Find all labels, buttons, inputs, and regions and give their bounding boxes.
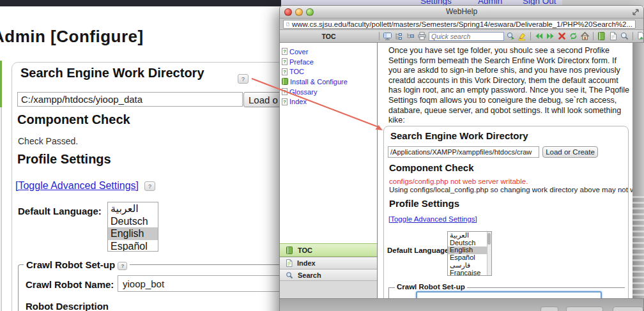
toc-item-glossary[interactable]: ? Glossary [282, 87, 375, 97]
help-button[interactable]: ? [238, 74, 249, 84]
cutoff-button[interactable] [540, 307, 558, 311]
tab-index[interactable]: Index [280, 257, 377, 269]
language-option-selected[interactable]: English [108, 227, 158, 240]
profile-settings-heading: Profile Settings [17, 152, 111, 167]
topic-label: Index [289, 98, 307, 105]
language-option[interactable]: Español [108, 240, 158, 252]
language-listbox[interactable]: العربية Deutsch English Español فارسی Fr… [447, 231, 492, 276]
close-button[interactable] [284, 8, 292, 16]
default-language-label: Default Language: [387, 247, 451, 254]
work-directory-input[interactable] [388, 146, 539, 158]
collapse-all-icon[interactable] [406, 31, 415, 41]
url-row: www.cs.sjsu.edu/faculty/pollett/masters/… [280, 19, 643, 30]
note-message: Using configs/local_config.php so changi… [389, 186, 632, 193]
home-icon[interactable] [580, 31, 590, 41]
listbox-scrollbar[interactable] [487, 232, 491, 275]
tab-toc[interactable]: TOC [280, 243, 377, 257]
refresh-icon[interactable] [569, 31, 578, 41]
expand-all-icon[interactable] [394, 31, 404, 41]
language-option[interactable]: العربية [448, 232, 491, 239]
topic-icon: ? [282, 88, 288, 95]
window-titlebar[interactable]: WebHelp [280, 6, 643, 19]
toc-item-index[interactable]: ? Index [282, 96, 375, 107]
work-directory-heading: Search Engine Work Directory [20, 66, 204, 80]
scrollbar-thumb[interactable] [487, 233, 491, 245]
page-icon [286, 259, 293, 267]
tab-label: Index [297, 259, 316, 267]
help-content-pane: Once you have set tge folder, you shoulc… [378, 43, 632, 298]
stop-icon[interactable] [557, 31, 567, 41]
svg-text:?: ? [283, 49, 286, 54]
robot-description-label: Robot Description [26, 301, 109, 311]
crawl-robot-name-input[interactable] [416, 291, 602, 298]
cutoff-button[interactable] [613, 307, 643, 311]
page-view-icon[interactable] [608, 31, 618, 41]
topic-label: Install & Configure [290, 78, 348, 86]
open-book-icon [282, 78, 288, 85]
topic-label: Glossary [289, 88, 317, 96]
language-option[interactable]: Française [448, 269, 491, 276]
export-page-icon[interactable] [636, 31, 644, 41]
search-go-icon[interactable] [506, 31, 516, 41]
svg-text:?: ? [283, 69, 286, 75]
crawl-robot-legend: Crawl Robot Set-up ? [24, 259, 130, 270]
language-listbox[interactable]: العربية Deutsch English Español [107, 202, 158, 252]
help-button[interactable]: ? [118, 262, 127, 270]
toc-sidebar: ? Cover ? Preface ? TOC Install & Config… [280, 43, 378, 298]
nav-back-icon[interactable] [534, 31, 544, 41]
toc-item-preface[interactable]: ? Preface [282, 57, 375, 67]
toc-item-toc[interactable]: ? TOC [282, 66, 375, 77]
topic-icon: ? [282, 68, 288, 75]
screenshot-stage: Settings Admin Sign Out Admin [Configure… [0, 0, 644, 311]
language-option[interactable]: فارسی [448, 262, 491, 269]
print-icon[interactable] [417, 31, 427, 41]
crawl-robot-name-input[interactable] [118, 275, 282, 292]
topic-icon: ? [282, 48, 288, 55]
highlight-icon[interactable] [518, 31, 527, 41]
book-view-icon[interactable] [597, 31, 606, 41]
toc-topic-list: ? Cover ? Preface ? TOC Install & Config… [280, 43, 377, 110]
book-icon [286, 247, 293, 254]
webhelp-window: WebHelp www.cs.sjsu.edu/faculty/pollett/… [279, 5, 644, 311]
toolbar: TOC [280, 30, 643, 43]
load-or-create-button[interactable]: Load or Create [542, 146, 598, 158]
show-pane-icon[interactable] [383, 31, 392, 41]
crawl-robot-legend: Crawl Robot Set-up [395, 283, 467, 291]
toc-item-install-configure[interactable]: Install & Configure [282, 77, 375, 87]
quick-search-input[interactable] [429, 32, 504, 41]
topic-icon: ? [282, 98, 288, 105]
svg-text:?: ? [283, 59, 286, 64]
help-button[interactable]: ? [144, 181, 155, 191]
toggle-advanced-link[interactable]: [Toggle Advanced Settings] [388, 215, 477, 223]
left-panel-border [1, 107, 2, 311]
address-bar[interactable]: www.cs.sjsu.edu/faculty/pollett/masters/… [283, 20, 636, 29]
window-main: ? Cover ? Preface ? TOC Install & Config… [280, 43, 643, 298]
zoom-button[interactable] [306, 8, 314, 16]
language-option[interactable]: العربية [108, 202, 158, 215]
resize-icon[interactable] [632, 8, 640, 16]
error-message: configs/config.php not web server writab… [389, 178, 528, 185]
zoom-icon[interactable] [620, 31, 629, 41]
topic-icon: ? [282, 58, 288, 65]
window-bottom-bar [280, 298, 643, 311]
window-right-edge [632, 43, 644, 298]
background-top-dark-bar [0, 0, 281, 6]
tab-search[interactable]: Search [280, 269, 377, 281]
toggle-advanced-link[interactable]: [Toggle Advanced Settings] [15, 180, 139, 192]
component-check-heading: Component Check [389, 162, 474, 173]
language-option[interactable]: Deutsch [108, 215, 158, 228]
nav-forward-icon[interactable] [546, 31, 555, 41]
minimize-button[interactable] [295, 8, 303, 16]
page-title: Admin [Configure] [0, 27, 144, 47]
profile-settings-heading: Profile Settings [389, 198, 459, 209]
tab-label: Search [298, 271, 321, 279]
svg-text:?: ? [283, 99, 286, 105]
svg-text:?: ? [283, 89, 286, 95]
work-directory-input[interactable] [17, 92, 243, 107]
tab-label: TOC [298, 247, 312, 254]
toc-item-cover[interactable]: ? Cover [282, 47, 375, 57]
cutoff-button[interactable] [566, 307, 603, 311]
load-or-create-button[interactable]: Load o [243, 92, 283, 107]
sidebar-tabs: TOC Index Search [280, 243, 377, 281]
work-directory-heading: Search Engine Work Directory [390, 130, 528, 141]
